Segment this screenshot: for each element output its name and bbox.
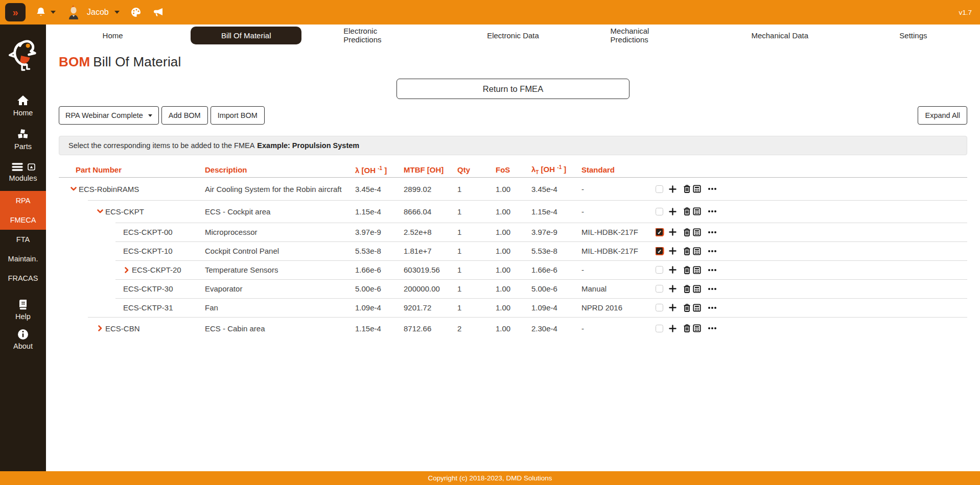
tab-home[interactable]: Home bbox=[46, 25, 179, 46]
delete-trash-icon[interactable] bbox=[683, 185, 691, 193]
page-title: BOMBill Of Material bbox=[59, 54, 967, 70]
calculator-icon[interactable] bbox=[693, 185, 701, 193]
qty-cell: 1 bbox=[457, 247, 496, 255]
sidebar-module-fmeca[interactable]: FMECA bbox=[0, 210, 46, 230]
more-options-icon[interactable] bbox=[708, 250, 717, 253]
tab-electronic-predictions[interactable]: Electronic Predictions bbox=[313, 25, 446, 46]
delete-trash-icon[interactable] bbox=[683, 228, 691, 236]
delete-trash-icon[interactable] bbox=[683, 207, 691, 215]
user-menu-caret-icon[interactable] bbox=[114, 11, 120, 14]
expand-chevron-icon[interactable] bbox=[97, 208, 105, 215]
lambda-t-cell: 1.09e-4 bbox=[531, 303, 581, 312]
lambda-t-cell: 1.66e-6 bbox=[531, 265, 581, 274]
notifications-bell-icon[interactable] bbox=[35, 6, 47, 18]
expand-chevron-icon[interactable] bbox=[70, 185, 79, 192]
expand-chevron-icon[interactable] bbox=[97, 325, 105, 332]
select-checkbox[interactable] bbox=[656, 208, 663, 215]
delete-trash-icon[interactable] bbox=[683, 324, 691, 332]
calculator-icon[interactable] bbox=[693, 228, 701, 236]
calculator-icon[interactable] bbox=[693, 285, 701, 293]
tab-bill-of-material[interactable]: Bill Of Material bbox=[179, 25, 313, 46]
table-row: ECS-CKPT-10 Cockpit Control Panel 5.53e-… bbox=[59, 241, 967, 260]
calculator-icon[interactable] bbox=[693, 324, 701, 332]
add-part-icon[interactable] bbox=[669, 325, 676, 332]
more-options-icon[interactable] bbox=[708, 287, 717, 290]
more-options-icon[interactable] bbox=[708, 306, 717, 309]
add-part-icon[interactable] bbox=[669, 285, 676, 293]
modules-window-icon[interactable] bbox=[28, 163, 35, 171]
sidebar-item-home[interactable]: Home bbox=[0, 89, 46, 123]
select-checkbox[interactable] bbox=[656, 325, 663, 332]
more-options-icon[interactable] bbox=[708, 210, 717, 213]
sidebar-module-fracas[interactable]: FRACAS bbox=[0, 269, 46, 288]
select-checkbox[interactable] bbox=[656, 247, 663, 255]
add-bom-button[interactable]: Add BOM bbox=[161, 106, 208, 125]
footer-bar: Copyright (c) 2018-2023, DMD Solutions bbox=[0, 471, 980, 485]
tab-electronic-data[interactable]: Electronic Data bbox=[446, 25, 579, 46]
more-options-icon[interactable] bbox=[708, 231, 717, 234]
delete-trash-icon[interactable] bbox=[683, 285, 691, 293]
add-part-icon[interactable] bbox=[669, 185, 676, 193]
tab-settings[interactable]: Settings bbox=[847, 25, 980, 46]
sidebar-module-maintain[interactable]: Maintain. bbox=[0, 249, 46, 269]
expand-chevron-icon[interactable] bbox=[123, 266, 132, 274]
bom-select-dropdown[interactable]: RPA Webinar Complete bbox=[59, 106, 159, 125]
calculator-icon[interactable] bbox=[693, 266, 701, 274]
description-cell: Temperature Sensors bbox=[205, 265, 355, 274]
modules-hamburger-icon bbox=[11, 162, 24, 172]
announcements-megaphone-icon[interactable] bbox=[151, 6, 165, 18]
import-bom-button[interactable]: Import BOM bbox=[211, 106, 265, 125]
lambda-cell: 5.00e-6 bbox=[355, 284, 404, 293]
col-header-part-number: Part Number bbox=[59, 165, 205, 174]
sidebar-module-rpa[interactable]: RPA bbox=[0, 191, 46, 210]
delete-trash-icon[interactable] bbox=[683, 304, 691, 312]
user-avatar[interactable] bbox=[67, 5, 80, 20]
return-to-fmea-button[interactable]: Return to FMEA bbox=[396, 79, 629, 99]
sidebar-item-parts[interactable]: Parts bbox=[0, 123, 46, 156]
more-options-icon[interactable] bbox=[708, 187, 717, 190]
mtbf-cell: 9201.72 bbox=[404, 303, 457, 312]
fos-cell: 1.00 bbox=[496, 247, 531, 255]
lambda-t-cell: 1.15e-4 bbox=[531, 207, 581, 216]
mtbf-cell: 200000.00 bbox=[404, 284, 457, 293]
standard-cell: MIL-HDBK-217F bbox=[581, 228, 656, 236]
tab-mechanical-predictions[interactable]: Mechanical Predictions bbox=[580, 25, 713, 46]
col-header-standard: Standard bbox=[581, 165, 656, 174]
table-row: ECS-CKPT-00 Microprocessor 3.97e-9 2.52e… bbox=[59, 223, 967, 241]
table-row: ECS-CKTP-30 Evaporator 5.00e-6 200000.00… bbox=[59, 279, 967, 298]
add-part-icon[interactable] bbox=[669, 304, 676, 311]
select-checkbox[interactable] bbox=[656, 304, 663, 311]
more-options-icon[interactable] bbox=[708, 327, 717, 330]
col-header-description: Description bbox=[205, 165, 355, 174]
sidebar-module-fta[interactable]: FTA bbox=[0, 230, 46, 249]
col-header-qty: Qty bbox=[457, 165, 496, 174]
sidebar-collapse-button[interactable]: » bbox=[5, 3, 26, 21]
select-checkbox[interactable] bbox=[656, 185, 663, 193]
fos-cell: 1.00 bbox=[496, 303, 531, 312]
table-row: ECS-CBN ECS - Cabin area 1.15e-4 8712.66… bbox=[59, 317, 967, 340]
select-checkbox[interactable] bbox=[656, 285, 663, 293]
calculator-icon[interactable] bbox=[693, 304, 701, 312]
delete-trash-icon[interactable] bbox=[683, 247, 691, 255]
theme-palette-icon[interactable] bbox=[130, 6, 142, 18]
col-header-mtbf: MTBF [OH] bbox=[404, 165, 457, 174]
expand-all-button[interactable]: Expand All bbox=[918, 106, 967, 125]
add-part-icon[interactable] bbox=[669, 208, 676, 215]
add-part-icon[interactable] bbox=[669, 266, 676, 274]
add-part-icon[interactable] bbox=[669, 247, 676, 255]
sidebar-item-help[interactable]: Help bbox=[0, 295, 46, 325]
sidebar-item-modules[interactable]: Modules bbox=[0, 156, 46, 188]
select-checkbox[interactable] bbox=[656, 228, 663, 236]
description-cell: Air Cooling System for the Robin aircraf… bbox=[205, 185, 355, 193]
standard-cell: - bbox=[581, 265, 656, 274]
tab-mechanical-data[interactable]: Mechanical Data bbox=[713, 25, 847, 46]
add-part-icon[interactable] bbox=[669, 228, 676, 236]
calculator-icon[interactable] bbox=[693, 207, 701, 215]
calculator-icon[interactable] bbox=[693, 247, 701, 255]
sidebar-item-about[interactable]: About bbox=[0, 325, 46, 354]
select-checkbox[interactable] bbox=[656, 266, 663, 274]
more-options-icon[interactable] bbox=[708, 269, 717, 272]
delete-trash-icon[interactable] bbox=[683, 266, 691, 274]
notifications-caret-icon[interactable] bbox=[51, 11, 56, 14]
qty-cell: 1 bbox=[457, 303, 496, 312]
